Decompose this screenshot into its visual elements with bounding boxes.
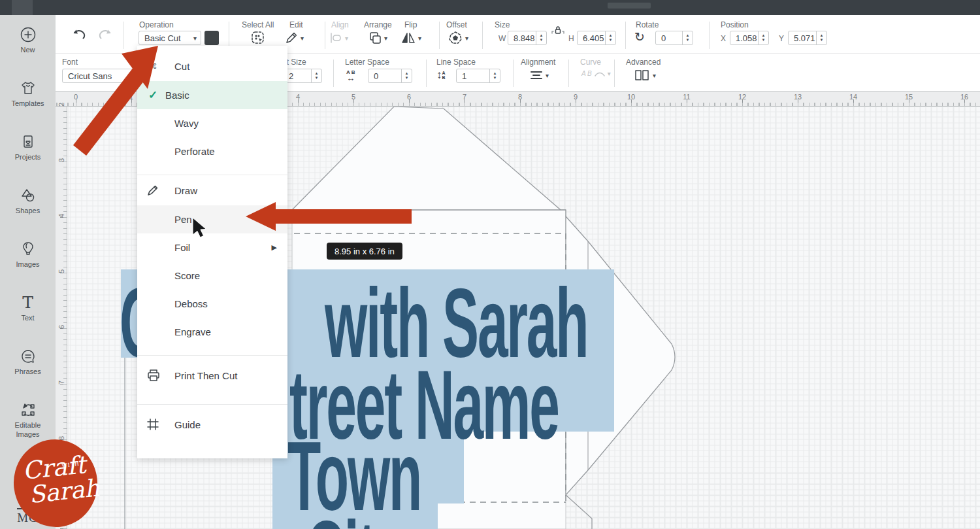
chevron-down-icon: ▾: [301, 35, 304, 42]
h-ruler-label: 6: [404, 93, 414, 101]
divider: [123, 22, 123, 49]
h-ruler-label: 1: [126, 93, 137, 101]
menu-item-pen[interactable]: Pen: [137, 205, 287, 233]
sidebar-item-label: Phrases: [14, 367, 41, 377]
scissors-icon: ✂: [146, 59, 174, 74]
sidebar-item-images[interactable]: Images: [0, 234, 56, 288]
sidebar-item-label: New: [20, 46, 35, 55]
sidebar-item-text[interactable]: T Text: [0, 288, 56, 341]
edit-button[interactable]: ▾: [284, 31, 304, 45]
stepper[interactable]: ▲▼: [758, 31, 768, 44]
phrases-icon: [20, 347, 37, 365]
divider: [325, 22, 325, 49]
sidebar-item-phrases[interactable]: Phrases: [0, 341, 56, 395]
guide-frame-icon: [146, 418, 174, 431]
position-y-input[interactable]: 5.071 ▲▼: [788, 31, 827, 45]
stepper[interactable]: ▲▼: [682, 31, 693, 44]
color-swatch[interactable]: [204, 31, 219, 45]
undo-button[interactable]: [70, 27, 88, 43]
line-space-input[interactable]: 1 ▲▼: [456, 69, 500, 83]
stepper[interactable]: ▲▼: [536, 31, 546, 44]
divider: [482, 22, 483, 49]
menu-item-wavy[interactable]: Wavy: [137, 109, 287, 137]
advanced-button[interactable]: ▾: [634, 69, 656, 82]
select-all-button[interactable]: [250, 30, 266, 46]
printer-icon: [146, 368, 174, 383]
menu-item-basic[interactable]: ✓ Basic: [137, 81, 287, 109]
divider: [513, 60, 514, 87]
menu-item-perforate[interactable]: Perforate: [137, 137, 287, 165]
chevron-down-icon: ▾: [653, 72, 656, 79]
size-h-label: H: [568, 34, 574, 43]
chevron-down-icon: ▾: [384, 35, 387, 42]
h-ruler-label: 13: [792, 93, 803, 101]
text-icon: T: [22, 294, 33, 311]
h-ruler-label: 10: [626, 93, 636, 101]
operation-value: Basic Cut: [139, 33, 193, 43]
size-tooltip: 8.95 in x 6.76 in: [327, 243, 402, 260]
stepper[interactable]: ▲▼: [401, 69, 412, 82]
menu-item-guide[interactable]: Guide: [137, 405, 287, 444]
tshirt-icon: [20, 79, 37, 97]
divider: [614, 60, 615, 87]
rotate-icon[interactable]: ↻: [634, 29, 645, 44]
clipboard-heart-icon: [20, 133, 37, 150]
position-y-label: Y: [779, 34, 784, 43]
menu-item-print-then-cut[interactable]: Print Then Cut: [137, 356, 287, 395]
submenu-arrow-icon: ▶: [272, 243, 277, 252]
curve-button[interactable]: A B ▾: [581, 70, 611, 77]
rotate-label: Rotate: [636, 20, 659, 29]
sidebar-item-new[interactable]: New: [0, 20, 56, 73]
alignment-button[interactable]: ▾: [529, 70, 549, 80]
arrange-button[interactable]: ▾: [368, 31, 387, 45]
lock-icon[interactable]: [551, 24, 565, 37]
menu-item-foil[interactable]: Foil ▶: [137, 233, 287, 262]
h-ruler-label: 9: [570, 93, 581, 101]
position-x-label: X: [721, 34, 726, 43]
sidebar-item-projects[interactable]: Projects: [0, 127, 56, 180]
divider: [439, 22, 440, 49]
divider: [625, 22, 626, 49]
hamburger-menu-area[interactable]: [12, 0, 33, 15]
stepper[interactable]: ▲▼: [489, 69, 500, 82]
chevron-down-icon: ▾: [418, 35, 421, 42]
h-ruler-label: 15: [904, 93, 914, 101]
position-x-input[interactable]: 1.058 ▲▼: [730, 31, 769, 45]
size-width-input[interactable]: 8.848 ▲▼: [508, 31, 547, 45]
v-ruler-label: 6: [57, 321, 65, 333]
redo-button[interactable]: [96, 27, 114, 43]
operation-dropdown[interactable]: Basic Cut ▾: [139, 31, 201, 45]
menu-item-score[interactable]: Score: [137, 262, 287, 290]
menu-item-engrave[interactable]: Engrave: [137, 318, 287, 346]
check-icon: ✓: [148, 88, 165, 102]
menu-item-draw[interactable]: Draw: [137, 175, 287, 205]
sidebar-item-shapes[interactable]: Shapes: [0, 180, 56, 234]
position-label: Position: [721, 20, 749, 29]
menu-item-cut[interactable]: ✂ Cut: [137, 51, 287, 81]
sidebar-item-label: Images: [16, 260, 39, 269]
menu-item-deboss[interactable]: Deboss: [137, 290, 287, 318]
stepper[interactable]: ▲▼: [816, 31, 826, 44]
align-button[interactable]: ▾: [329, 32, 348, 44]
offset-button[interactable]: ▾: [448, 31, 468, 45]
divider: [568, 60, 569, 87]
sidebar-item-templates[interactable]: Templates: [0, 73, 56, 127]
rotate-input[interactable]: 0 ▲▼: [655, 31, 693, 45]
stepper[interactable]: ▲▼: [311, 69, 321, 82]
stepper[interactable]: ▲▼: [605, 31, 615, 44]
canvas-text-line-4[interactable]: City: [306, 507, 404, 529]
bezier-icon: [20, 401, 37, 418]
v-ruler-label: 4: [57, 210, 65, 222]
shapes-icon: [20, 186, 37, 204]
sidebar-item-label: Templates: [11, 99, 44, 109]
flip-button[interactable]: ▾: [400, 31, 421, 45]
curve-label: Curve: [580, 58, 601, 67]
letter-space-input[interactable]: 0 ▲▼: [368, 69, 412, 83]
alignment-label: Alignment: [521, 58, 555, 67]
chevron-down-icon: ▾: [546, 72, 549, 79]
h-ruler-label: 12: [737, 93, 747, 101]
line-space-label: Line Space: [436, 58, 476, 67]
draw-pencil-icon: [146, 184, 174, 197]
size-height-input[interactable]: 6.405 ▲▼: [577, 31, 616, 45]
h-ruler-label: 5: [348, 93, 359, 101]
